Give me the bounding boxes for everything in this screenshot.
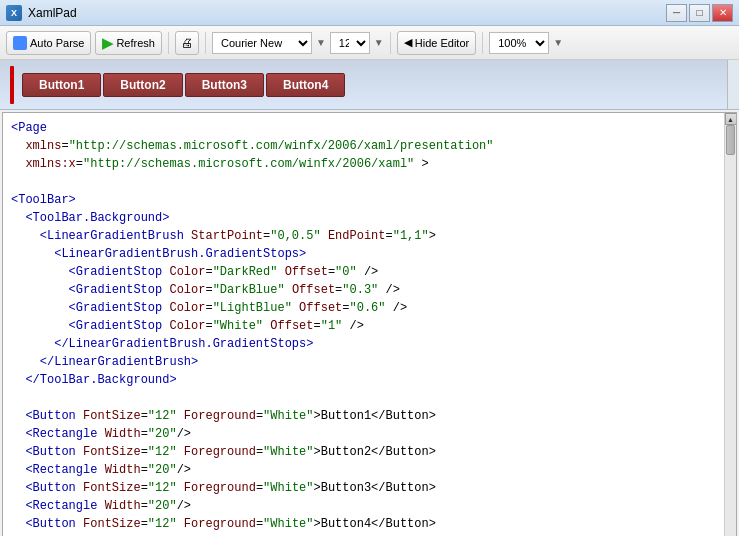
title-bar: X XamlPad ─ □ ✕ xyxy=(0,0,739,26)
auto-parse-button[interactable]: Auto Parse xyxy=(6,31,91,55)
font-size-dropdown-arrow: ▼ xyxy=(374,37,384,48)
preview-button-4[interactable]: Button4 xyxy=(266,73,345,97)
scroll-track[interactable] xyxy=(725,125,736,536)
separator-4 xyxy=(482,32,483,54)
preview-button-3[interactable]: Button3 xyxy=(185,73,264,97)
preview-red-bar xyxy=(10,66,14,104)
maximize-button[interactable]: □ xyxy=(689,4,710,22)
separator-3 xyxy=(390,32,391,54)
font-family-select[interactable]: Courier New xyxy=(212,32,312,54)
code-editor: <Page xmlns="http://schemas.microsoft.co… xyxy=(2,112,737,536)
toolbar: Auto Parse ▶ Refresh 🖨 Courier New ▼ 12 … xyxy=(0,26,739,60)
separator-1 xyxy=(168,32,169,54)
refresh-label: Refresh xyxy=(116,37,155,49)
zoom-select[interactable]: 100% xyxy=(489,32,549,54)
title-controls: ─ □ ✕ xyxy=(666,4,733,22)
refresh-button[interactable]: ▶ Refresh xyxy=(95,31,162,55)
minimize-button[interactable]: ─ xyxy=(666,4,687,22)
zoom-dropdown-arrow: ▼ xyxy=(553,37,563,48)
preview-area: Button1 Button2 Button3 Button4 xyxy=(0,60,739,110)
title-left: X XamlPad xyxy=(6,5,77,21)
preview-button-2[interactable]: Button2 xyxy=(103,73,182,97)
preview-toolbar-buttons: Button1 Button2 Button3 Button4 xyxy=(22,73,345,97)
hide-editor-icon: ◀ xyxy=(404,36,412,49)
window-title: XamlPad xyxy=(28,6,77,20)
editor-scrollbar[interactable]: ▲ ▼ xyxy=(724,113,736,536)
separator-2 xyxy=(205,32,206,54)
code-textarea[interactable]: <Page xmlns="http://schemas.microsoft.co… xyxy=(3,113,724,536)
refresh-icon: ▶ xyxy=(102,35,113,51)
auto-parse-label: Auto Parse xyxy=(30,37,84,49)
scroll-up-button[interactable]: ▲ xyxy=(725,113,737,125)
preview-button-1[interactable]: Button1 xyxy=(22,73,101,97)
preview-scrollbar[interactable] xyxy=(727,60,739,109)
print-button[interactable]: 🖨 xyxy=(175,31,199,55)
font-size-select[interactable]: 12 xyxy=(330,32,370,54)
app-icon: X xyxy=(6,5,22,21)
hide-editor-label: Hide Editor xyxy=(415,37,469,49)
scroll-thumb[interactable] xyxy=(726,125,735,155)
auto-parse-icon xyxy=(13,36,27,50)
font-dropdown-arrow: ▼ xyxy=(316,37,326,48)
hide-editor-button[interactable]: ◀ Hide Editor xyxy=(397,31,476,55)
close-button[interactable]: ✕ xyxy=(712,4,733,22)
